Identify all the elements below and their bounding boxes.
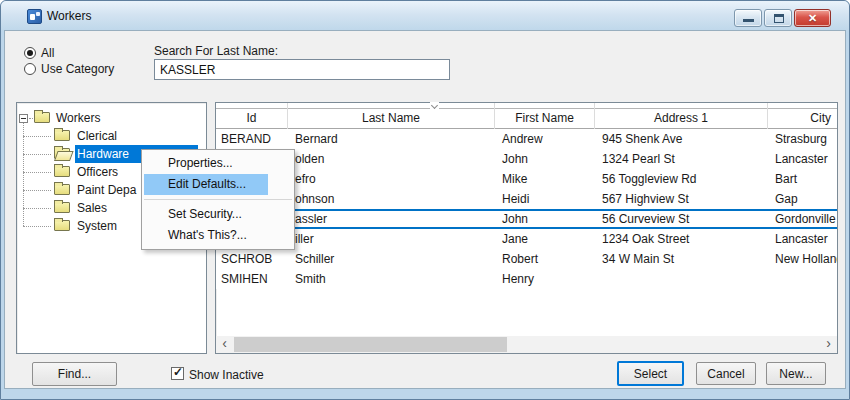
table-row[interactable]: efro Mike 56 Toggleview Rd Bart — [216, 169, 837, 189]
find-button[interactable]: Find... — [32, 362, 117, 386]
tree-item-paint-dept[interactable]: Paint Depa — [77, 183, 136, 197]
cell-city: Strasburg — [768, 129, 837, 149]
window-controls: ✕ — [734, 9, 831, 27]
radio-use-category-label: Use Category — [41, 62, 114, 76]
table-row[interactable]: iller Jane 1234 Oak Street Lancaster — [216, 229, 837, 249]
radio-all-label: All — [41, 46, 54, 60]
tree-connector — [23, 136, 51, 137]
folder-icon — [54, 220, 70, 231]
table-row[interactable]: ohnson Heidi 567 Highview St Gap — [216, 189, 837, 209]
cell-first-name: Mike — [495, 169, 595, 189]
scrollbar-thumb[interactable] — [234, 337, 507, 352]
cell-last-name: iller — [288, 229, 495, 249]
workers-window: Workers ✕ All Use Category Search For La… — [0, 0, 850, 400]
cell-last-name: assler — [288, 211, 495, 227]
menu-item-set-security[interactable]: Set Security... — [142, 204, 294, 225]
cell-last-name: Schiller — [288, 249, 495, 269]
close-button[interactable]: ✕ — [794, 9, 831, 27]
radio-all[interactable] — [24, 47, 36, 59]
sort-indicator-icon — [430, 102, 439, 110]
window-title: Workers — [47, 9, 91, 23]
column-header-last-name[interactable]: Last Name — [288, 103, 495, 129]
select-button[interactable]: Select — [617, 361, 684, 386]
minimize-button[interactable] — [734, 9, 762, 27]
cell-first-name: Henry — [495, 269, 595, 289]
menu-item-whats-this[interactable]: What's This?... — [142, 225, 294, 246]
tree-item-workers[interactable]: Workers — [56, 111, 100, 125]
show-inactive-checkbox[interactable]: ✓ — [171, 367, 184, 380]
cell-city: Lancaster — [768, 149, 837, 169]
tree-item-sales[interactable]: Sales — [77, 201, 107, 215]
cell-last-name: olden — [288, 149, 495, 169]
table-row[interactable]: BERAND Bernard Andrew 945 Shenk Ave Stra… — [216, 129, 837, 149]
cancel-button[interactable]: Cancel — [696, 362, 756, 385]
cell-address: 34 W Main St — [595, 249, 768, 269]
tree-connector — [23, 172, 51, 173]
tree-item-officers[interactable]: Officers — [77, 165, 118, 179]
app-icon — [27, 9, 42, 24]
column-header-city[interactable]: City — [768, 103, 837, 129]
tree-connector — [23, 123, 24, 226]
cell-address: 56 Toggleview Rd — [595, 169, 768, 189]
cell-first-name: Robert — [495, 249, 595, 269]
column-header-address-1[interactable]: Address 1 — [595, 103, 768, 129]
folder-icon — [54, 184, 70, 195]
open-folder-icon — [54, 148, 70, 159]
cell-address: 1234 Oak Street — [595, 229, 768, 249]
menu-separator — [144, 199, 292, 200]
minimize-icon — [743, 19, 754, 22]
tree-item-hardware[interactable]: Hardware — [77, 147, 129, 161]
cell-last-name: efro — [288, 169, 495, 189]
cell-city: Gap — [768, 189, 837, 209]
scroll-right-icon[interactable]: › — [820, 336, 837, 353]
menu-item-edit-defaults[interactable]: Edit Defaults... — [144, 174, 268, 195]
menu-item-properties[interactable]: Properties... — [142, 153, 294, 174]
cell-first-name: John — [495, 211, 595, 227]
cell-id: SCHROB — [216, 249, 288, 269]
radio-use-category[interactable] — [24, 63, 36, 75]
cell-last-name: Smith — [288, 269, 495, 289]
cell-city: Bart — [768, 169, 837, 189]
folder-icon — [54, 130, 70, 141]
cell-address: 56 Curveview St — [595, 211, 768, 227]
cell-city: Gordonville — [768, 211, 837, 227]
table-row[interactable]: SMIHEN Smith Henry — [216, 269, 837, 289]
cell-address: 945 Shenk Ave — [595, 129, 768, 149]
dialog-client-area: All Use Category Search For Last Name: W… — [4, 30, 846, 389]
table-row[interactable]: olden John 1324 Pearl St Lancaster — [216, 149, 837, 169]
scroll-left-icon[interactable]: ‹ — [216, 336, 233, 353]
cell-id: SMIHEN — [216, 269, 288, 289]
column-header-first-name[interactable]: First Name — [495, 103, 595, 129]
cell-city: Lancaster — [768, 229, 837, 249]
maximize-button[interactable] — [764, 9, 792, 27]
show-inactive-label: Show Inactive — [189, 368, 264, 382]
cell-id: BERAND — [216, 129, 288, 149]
tree-connector — [23, 226, 51, 227]
titlebar[interactable]: Workers ✕ — [1, 1, 849, 31]
tree-item-clerical[interactable]: Clerical — [77, 129, 117, 143]
search-input[interactable] — [154, 59, 450, 80]
context-menu: Properties... Edit Defaults... Set Secur… — [141, 149, 295, 250]
new-button[interactable]: New... — [766, 362, 826, 385]
table-body: BERAND Bernard Andrew 945 Shenk Ave Stra… — [216, 129, 837, 289]
folder-icon — [54, 202, 70, 213]
horizontal-scrollbar[interactable]: ‹ › — [216, 336, 837, 353]
cell-last-name: ohnson — [288, 189, 495, 209]
tree-connector — [23, 154, 51, 155]
search-label: Search For Last Name: — [154, 44, 278, 58]
table-row-selected[interactable]: assler John 56 Curveview St Gordonville — [216, 209, 837, 229]
tree-item-system[interactable]: System — [77, 219, 117, 233]
close-icon: ✕ — [808, 12, 817, 24]
tree-connector — [23, 208, 51, 209]
table-row[interactable]: SCHROB Schiller Robert 34 W Main St New … — [216, 249, 837, 269]
cell-first-name: Jane — [495, 229, 595, 249]
cell-first-name: Andrew — [495, 129, 595, 149]
folder-icon — [54, 166, 70, 177]
column-header-id[interactable]: Id — [216, 103, 288, 129]
table-header: Id Last Name First Name Address 1 City — [216, 103, 837, 129]
cell-city — [768, 269, 837, 289]
cell-first-name: Heidi — [495, 189, 595, 209]
expand-collapse-icon[interactable] — [19, 114, 28, 123]
cell-address — [595, 269, 768, 289]
checkmark-icon: ✓ — [173, 365, 183, 379]
